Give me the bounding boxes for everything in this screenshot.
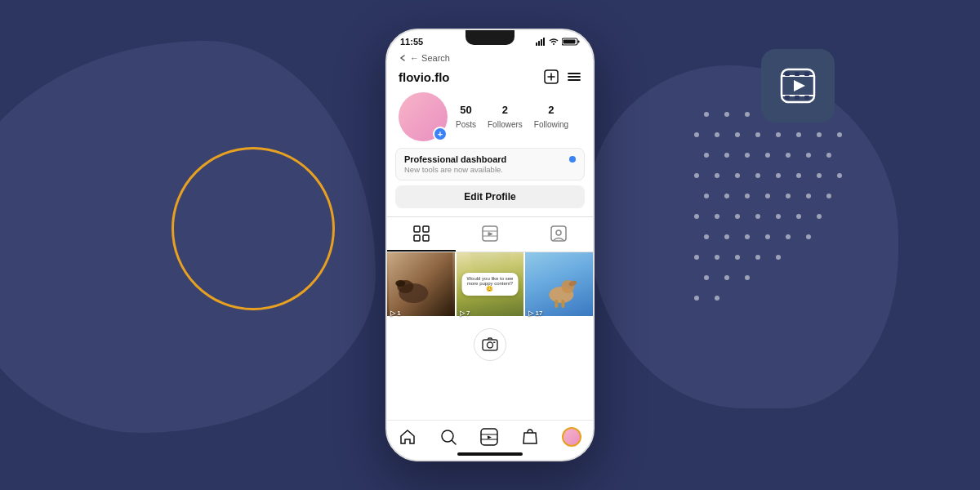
status-icons xyxy=(536,38,580,46)
battery-icon xyxy=(562,38,580,46)
followers-label: Followers xyxy=(488,120,523,129)
search-bar[interactable]: ← Search xyxy=(387,50,593,66)
svg-point-42 xyxy=(796,214,801,219)
camera-icon xyxy=(482,336,498,353)
svg-rect-76 xyxy=(578,41,580,43)
svg-point-48 xyxy=(786,234,791,239)
wifi-icon xyxy=(549,38,559,46)
menu-icon[interactable] xyxy=(567,69,581,84)
nav-reels[interactable] xyxy=(480,428,498,446)
svg-point-56 xyxy=(724,275,729,280)
svg-point-2 xyxy=(745,112,750,117)
dashboard-dot xyxy=(569,156,576,163)
svg-rect-91 xyxy=(551,226,566,241)
dashboard-subtitle: New tools are now available. xyxy=(404,165,506,174)
svg-rect-68 xyxy=(804,96,809,100)
svg-rect-75 xyxy=(564,40,576,44)
svg-point-41 xyxy=(776,214,781,219)
svg-point-47 xyxy=(765,234,770,239)
edit-profile-button[interactable]: Edit Profile xyxy=(395,185,585,208)
svg-marker-69 xyxy=(794,80,805,91)
stat-following: 2 Following xyxy=(534,104,568,131)
svg-point-57 xyxy=(745,275,750,280)
following-count: 2 xyxy=(534,104,568,116)
content-tab-bar xyxy=(387,216,593,252)
svg-marker-111 xyxy=(488,436,492,439)
svg-point-50 xyxy=(694,255,699,260)
svg-point-15 xyxy=(704,153,709,158)
svg-point-34 xyxy=(786,194,791,198)
svg-point-104 xyxy=(488,342,493,348)
svg-rect-103 xyxy=(483,340,497,350)
svg-rect-72 xyxy=(541,39,542,46)
svg-rect-65 xyxy=(804,72,809,76)
svg-point-24 xyxy=(735,173,740,178)
stat-followers: 2 Followers xyxy=(488,104,523,131)
svg-rect-84 xyxy=(423,226,429,232)
svg-point-26 xyxy=(776,173,781,178)
svg-point-8 xyxy=(715,132,719,137)
svg-point-106 xyxy=(442,430,453,442)
nav-home[interactable] xyxy=(399,428,416,446)
nav-profile[interactable] xyxy=(562,427,581,447)
svg-rect-86 xyxy=(423,235,429,241)
profile-info: + 50 Posts 2 Followers 2 Following xyxy=(387,89,593,148)
svg-point-40 xyxy=(755,214,760,219)
camera-button[interactable] xyxy=(474,328,506,361)
avatar-add-story-button[interactable]: + xyxy=(433,127,448,141)
camera-section xyxy=(387,320,593,368)
svg-rect-105 xyxy=(493,341,496,343)
svg-point-38 xyxy=(715,214,719,219)
dots-decoration xyxy=(690,98,853,327)
nav-shop[interactable] xyxy=(521,428,539,446)
svg-point-37 xyxy=(694,214,699,219)
posts-count: 50 xyxy=(456,104,476,116)
professional-dashboard-banner[interactable]: Professional dashboard New tools are now… xyxy=(395,148,585,180)
tab-grid[interactable] xyxy=(387,217,456,252)
svg-point-18 xyxy=(765,153,770,158)
svg-point-17 xyxy=(745,153,750,158)
svg-point-19 xyxy=(786,153,791,158)
followers-count: 2 xyxy=(488,104,523,116)
home-indicator xyxy=(457,452,523,456)
grid-item-3[interactable]: ▷ 17 xyxy=(525,252,593,320)
dashboard-text: Professional dashboard New tools are now… xyxy=(404,154,506,174)
svg-point-39 xyxy=(735,214,740,219)
grid-item-3-label: ▷ 17 xyxy=(528,310,542,317)
svg-point-10 xyxy=(755,132,760,137)
svg-point-7 xyxy=(694,132,699,137)
shop-icon xyxy=(521,428,539,446)
svg-point-96 xyxy=(395,280,405,287)
profile-header: flovio.flo xyxy=(387,66,593,89)
stats-row: 50 Posts 2 Followers 2 Following xyxy=(456,104,568,131)
grid-item-1[interactable]: ▷ 1 xyxy=(387,252,455,320)
svg-point-25 xyxy=(755,173,760,178)
nav-search[interactable] xyxy=(439,428,457,446)
svg-point-22 xyxy=(694,173,699,178)
svg-rect-70 xyxy=(536,42,537,46)
svg-rect-101 xyxy=(555,300,559,308)
svg-rect-73 xyxy=(543,38,545,46)
svg-point-14 xyxy=(837,132,842,137)
search-icon xyxy=(439,428,457,446)
bottom-nav xyxy=(387,420,593,460)
svg-point-33 xyxy=(765,194,770,198)
tab-tagged[interactable] xyxy=(524,217,593,252)
chat-bubble-text: Would you like to seemore puppy content? xyxy=(467,276,514,286)
svg-rect-64 xyxy=(795,72,800,76)
reels-feature-icon xyxy=(761,49,835,122)
svg-point-16 xyxy=(724,153,729,158)
grid-item-2[interactable]: Would you like to seemore puppy content?… xyxy=(457,252,524,320)
svg-rect-67 xyxy=(795,96,800,100)
add-content-icon[interactable] xyxy=(544,69,559,84)
svg-marker-90 xyxy=(488,233,492,236)
svg-point-23 xyxy=(715,173,719,178)
grid-item-2-label: ▷ 7 xyxy=(460,310,470,317)
tab-reels[interactable] xyxy=(456,217,524,252)
notch-inner xyxy=(466,30,514,45)
svg-point-28 xyxy=(817,173,822,178)
avatar-wrapper: + xyxy=(399,92,448,141)
svg-point-59 xyxy=(715,296,719,301)
svg-point-46 xyxy=(745,234,750,239)
chat-bubble-overlay: Would you like to seemore puppy content?… xyxy=(462,273,519,296)
